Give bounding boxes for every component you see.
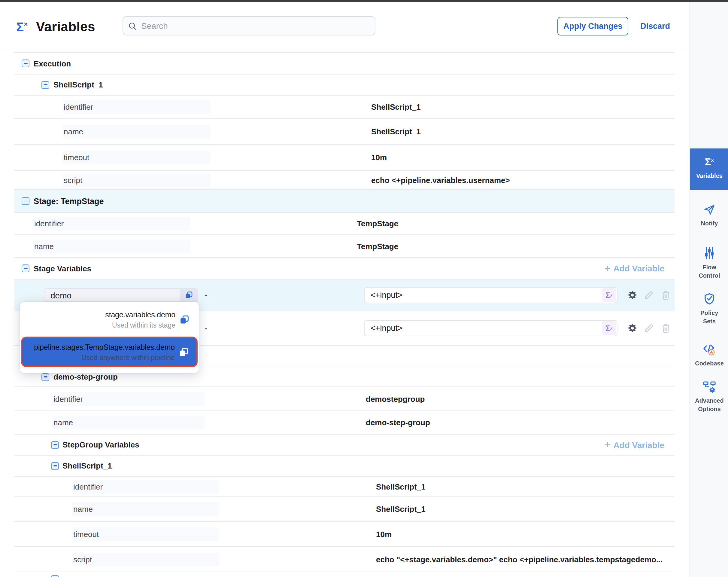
delete-trash-icon[interactable] bbox=[661, 290, 670, 300]
copy-chip[interactable] bbox=[180, 289, 198, 301]
field-label: name bbox=[64, 127, 83, 136]
field-value: demo-step-group bbox=[366, 418, 430, 427]
reference-option-text: stage.variables.demo Used within its sta… bbox=[105, 311, 175, 329]
field-value: ShellScript_1 bbox=[376, 505, 425, 513]
shield-check-icon bbox=[703, 293, 716, 305]
variable-name-input[interactable]: demo bbox=[44, 288, 198, 302]
expression-toggle-icon[interactable]: Σx bbox=[602, 288, 616, 302]
variable-value-input[interactable]: <+input>Σx bbox=[364, 287, 618, 303]
variable-value-input[interactable]: <+input>Σx bbox=[364, 320, 618, 336]
collapse-toggle-icon[interactable] bbox=[22, 265, 29, 272]
collapse-toggle-icon[interactable] bbox=[51, 462, 59, 470]
field-label: identifier bbox=[53, 394, 83, 403]
section-label: Stage Variables bbox=[34, 264, 91, 273]
field-value: ShellScript_1 bbox=[371, 102, 421, 111]
field-label-box: script bbox=[72, 552, 219, 566]
collapse-toggle-icon[interactable] bbox=[51, 575, 59, 577]
tree-row-sg-shellscript1: ShellScript_1 bbox=[15, 456, 675, 477]
apply-changes-button[interactable]: Apply Changes bbox=[557, 17, 628, 35]
add-variable-label: Add Variable bbox=[613, 440, 664, 450]
code-warning-icon bbox=[703, 344, 716, 356]
field-label-box: name bbox=[52, 416, 205, 429]
field-label: name bbox=[73, 505, 93, 513]
field-label: name bbox=[34, 242, 54, 251]
field-label: timeout bbox=[73, 529, 99, 538]
section-label: ShellScript_1 bbox=[53, 80, 103, 89]
reference-option-text: pipeline.stages.TempStage.variables.demo… bbox=[34, 343, 175, 361]
variables-panel: Σ× Variables Search Apply Changes Discar… bbox=[0, 0, 728, 577]
tree-row-ss1-script: scriptecho <+pipeline.variables.username… bbox=[15, 171, 675, 190]
tree-row-ss1-timeout: timeout10m bbox=[15, 145, 675, 171]
sidebar-item-flow-control[interactable]: Flow Control bbox=[690, 246, 728, 279]
add-variable-button[interactable]: +Add Variable bbox=[604, 263, 665, 274]
field-value: ShellScript_1 bbox=[371, 127, 421, 136]
tree-row-stage-variables: Stage Variables+Add Variable bbox=[15, 258, 675, 279]
discard-button[interactable]: Discard bbox=[640, 17, 670, 35]
sidebar-item-notify[interactable]: Notify bbox=[690, 204, 728, 227]
field-label-box: name bbox=[72, 502, 219, 516]
sidebar-item-variables[interactable]: Σ× Variables bbox=[690, 148, 728, 190]
tree-row-stepgroup-variables: StepGroup Variables+Add Variable bbox=[15, 434, 675, 456]
edit-pencil-icon[interactable] bbox=[643, 323, 655, 334]
reference-option-pipeline-scope[interactable]: pipeline.stages.TempStage.variables.demo… bbox=[21, 336, 198, 367]
reference-scope-hint: Used anywhere within pipeline bbox=[34, 354, 175, 361]
plus-icon: + bbox=[604, 263, 610, 274]
settings-gear-icon[interactable] bbox=[627, 290, 638, 301]
panel-header: Σ× Variables Search Apply Changes Discar… bbox=[0, 2, 690, 49]
sidebar-item-codebase[interactable]: Codebase bbox=[690, 344, 728, 368]
delete-trash-icon[interactable] bbox=[661, 323, 670, 333]
collapse-toggle-icon[interactable] bbox=[51, 441, 59, 449]
field-label: timeout bbox=[64, 153, 89, 162]
section-label: Stage: TempStage bbox=[34, 197, 104, 205]
paper-plane-icon bbox=[703, 204, 716, 216]
reference-path: stage.variables.demo bbox=[105, 311, 175, 319]
reference-path: pipeline.stages.TempStage.variables.demo bbox=[34, 343, 175, 351]
sliders-icon bbox=[703, 246, 716, 260]
collapse-toggle-icon[interactable] bbox=[22, 59, 29, 67]
section-label: demo-step-group bbox=[53, 372, 118, 381]
variable-value-text: <+input> bbox=[365, 291, 602, 300]
sigma-x-icon: Σ× bbox=[16, 20, 28, 34]
settings-gear-icon[interactable] bbox=[627, 323, 638, 333]
sidebar-item-advanced-options[interactable]: Advanced Options bbox=[690, 380, 728, 413]
search-input[interactable]: Search bbox=[123, 16, 375, 35]
variable-reference-popover: stage.variables.demo Used within its sta… bbox=[20, 302, 199, 373]
section-label: Execution bbox=[34, 59, 71, 68]
sidebar-item-policy-sets[interactable]: Policy Sets bbox=[690, 293, 728, 325]
collapse-toggle-icon[interactable] bbox=[22, 197, 29, 205]
tree-row-stage-name: nameTempStage bbox=[15, 235, 675, 258]
collapse-toggle-icon[interactable] bbox=[42, 81, 49, 89]
field-value: demostepgroup bbox=[366, 394, 425, 403]
field-label-box: identifier bbox=[33, 217, 190, 230]
add-variable-button[interactable]: +Add Variable bbox=[604, 440, 665, 450]
field-value: TempStage bbox=[357, 242, 398, 251]
required-indicator: - bbox=[205, 291, 208, 300]
field-label-box: name bbox=[62, 125, 210, 139]
copy-icon[interactable] bbox=[179, 347, 189, 357]
section-label: StepGroup Variables bbox=[62, 440, 139, 449]
page-title: Variables bbox=[36, 19, 95, 35]
field-label-box: identifier bbox=[62, 100, 210, 114]
field-label: script bbox=[64, 176, 82, 184]
field-label-box: identifier bbox=[52, 392, 205, 406]
tree-row-sg-ss1-identifier: identifierShellScript_1 bbox=[15, 477, 675, 497]
field-label-box: script bbox=[62, 173, 210, 187]
tree-row-shellscript1: ShellScript_1 bbox=[15, 75, 675, 96]
expression-toggle-icon[interactable]: Σx bbox=[602, 321, 616, 335]
field-value: 10m bbox=[376, 529, 392, 538]
field-label: identifier bbox=[34, 219, 64, 228]
tree-row-execution: Execution bbox=[15, 53, 675, 75]
tree-row-stage-tempstage: Stage: TempStage bbox=[15, 190, 675, 213]
tree-row-sg-name: namedemo-step-group bbox=[15, 411, 675, 434]
edit-pencil-icon[interactable] bbox=[643, 290, 655, 301]
copy-icon[interactable] bbox=[185, 291, 192, 299]
variable-value-text: <+input> bbox=[365, 324, 602, 333]
tree-row-ss1-name: nameShellScript_1 bbox=[15, 119, 675, 145]
collapse-toggle-icon[interactable] bbox=[42, 373, 49, 381]
variable-name-text: demo bbox=[45, 290, 180, 300]
copy-icon[interactable] bbox=[180, 315, 189, 325]
search-icon bbox=[129, 22, 136, 30]
field-label-box: timeout bbox=[62, 151, 210, 165]
tree-row-ss1-identifier: identifierShellScript_1 bbox=[15, 96, 675, 119]
reference-option-stage-scope[interactable]: stage.variables.demo Used within its sta… bbox=[20, 304, 199, 335]
